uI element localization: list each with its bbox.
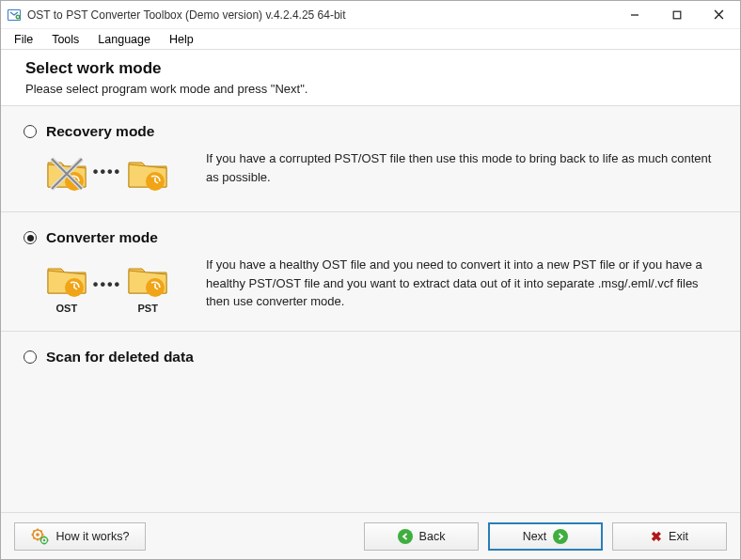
radio-recovery[interactable]	[24, 125, 37, 138]
svg-point-9	[36, 533, 39, 537]
radio-scan[interactable]	[24, 350, 37, 364]
converter-illustration: OST •••• PST	[27, 256, 187, 314]
folder-icon	[125, 149, 170, 194]
next-label: Next	[523, 530, 547, 543]
broken-folder-icon	[44, 149, 89, 194]
menu-tools[interactable]: Tools	[42, 31, 88, 48]
svg-point-19	[42, 538, 44, 540]
mode-converter-desc: If you have a healthy OST file and you n…	[206, 256, 717, 311]
arrow-left-icon	[398, 529, 413, 544]
mode-converter[interactable]: Converter mode OST ••••	[1, 212, 740, 332]
radio-converter[interactable]	[24, 231, 37, 244]
pst-label: PST	[138, 303, 158, 314]
mode-recovery[interactable]: Recovery mode	[1, 106, 740, 212]
footer: How it works? Back Next ✖ Exit	[1, 512, 740, 559]
minimize-button[interactable]	[613, 1, 655, 28]
recovery-illustration: ••••	[27, 149, 187, 194]
maximize-button[interactable]	[655, 1, 698, 28]
page-header: Select work mode Please select program w…	[1, 50, 740, 105]
mode-converter-title: Converter mode	[46, 229, 158, 246]
titlebar: OST to PST Converter Toolbox (Demo versi…	[1, 1, 740, 29]
menu-language[interactable]: Language	[88, 31, 160, 48]
app-icon	[7, 8, 22, 23]
svg-line-14	[33, 530, 34, 531]
mode-list: Recovery mode	[1, 105, 740, 512]
menu-help[interactable]: Help	[160, 31, 203, 48]
close-x-icon: ✖	[651, 529, 662, 544]
gear-icon	[31, 528, 50, 545]
pst-folder-icon	[125, 256, 170, 301]
arrow-right-icon	[553, 529, 568, 544]
window-title: OST to PST Converter Toolbox (Demo versi…	[27, 8, 613, 22]
mode-recovery-title: Recovery mode	[46, 123, 154, 140]
ost-label: OST	[55, 303, 77, 314]
svg-line-16	[40, 530, 41, 531]
how-it-works-label: How it works?	[56, 530, 130, 543]
back-button[interactable]: Back	[364, 522, 479, 551]
ost-folder-icon	[44, 256, 89, 301]
page-title: Select work mode	[25, 59, 716, 78]
svg-rect-3	[673, 11, 681, 19]
menu-file[interactable]: File	[5, 31, 42, 48]
mode-recovery-desc: If you have a corrupted PST/OST file the…	[206, 149, 717, 186]
close-button[interactable]	[698, 1, 740, 28]
page-subtitle: Please select program work mode and pres…	[25, 82, 716, 96]
back-label: Back	[419, 530, 446, 543]
menubar: File Tools Language Help	[1, 29, 740, 50]
how-it-works-button[interactable]: How it works?	[14, 522, 146, 551]
mode-scan[interactable]: Scan for deleted data	[1, 332, 740, 444]
dots-icon: ••••	[93, 163, 121, 180]
dots-icon: ••••	[93, 276, 121, 293]
next-button[interactable]: Next	[488, 522, 603, 551]
window-controls	[613, 1, 740, 28]
svg-line-17	[33, 537, 34, 538]
mode-scan-title: Scan for deleted data	[46, 349, 194, 366]
exit-label: Exit	[669, 530, 688, 543]
exit-button[interactable]: ✖ Exit	[612, 522, 727, 551]
